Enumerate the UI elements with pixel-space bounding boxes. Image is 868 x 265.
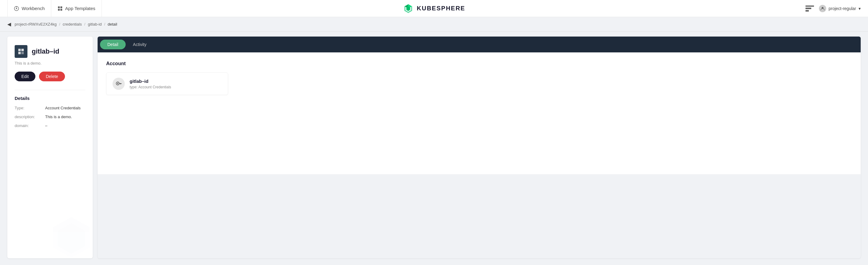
breadcrumb-back-icon[interactable]: ◀ bbox=[7, 21, 11, 27]
detail-row-description: description: This is a demo. bbox=[14, 114, 85, 119]
details-title: Details bbox=[14, 96, 85, 101]
user-avatar-icon bbox=[819, 5, 826, 12]
credential-description: This is a demo. bbox=[14, 61, 85, 65]
tab-activity[interactable]: Activity bbox=[126, 40, 154, 49]
breadcrumb-sep-3: / bbox=[104, 22, 105, 27]
breadcrumb-gitlab-id[interactable]: gitlab-id bbox=[88, 22, 102, 27]
panel-bg-decoration bbox=[50, 216, 93, 258]
detail-label-type: Type: bbox=[14, 106, 45, 110]
tab-detail[interactable]: Detail bbox=[100, 40, 126, 49]
detail-label-domain: domain: bbox=[14, 123, 45, 128]
breadcrumb-project[interactable]: project-rRWXvE2XZ4kg bbox=[14, 22, 57, 27]
tab-bar: Detail Activity bbox=[98, 37, 861, 53]
account-card: gitlab–id type: Account Credentials bbox=[106, 72, 228, 95]
svg-rect-6 bbox=[60, 9, 62, 11]
workbench-nav-item[interactable]: Workbench bbox=[7, 0, 51, 17]
svg-rect-16 bbox=[21, 49, 24, 51]
account-name: gitlab–id bbox=[130, 78, 171, 84]
nav-right: project-regular ▾ bbox=[805, 5, 861, 12]
nav-left-items: Workbench App Templates bbox=[7, 0, 102, 17]
dropdown-arrow: ▾ bbox=[859, 6, 861, 11]
svg-rect-5 bbox=[58, 9, 60, 11]
breadcrumb-sep-2: / bbox=[84, 22, 85, 27]
svg-rect-17 bbox=[18, 52, 21, 54]
edit-button[interactable]: Edit bbox=[14, 72, 35, 81]
action-buttons: Edit Delete bbox=[14, 72, 85, 81]
breadcrumb: ◀ project-rRWXvE2XZ4kg / credentials / g… bbox=[0, 17, 868, 32]
details-section: Details Type: Account Credentials descri… bbox=[14, 90, 85, 128]
detail-value-description: This is a demo. bbox=[45, 114, 85, 119]
credential-type-icon bbox=[14, 45, 27, 58]
svg-rect-18 bbox=[21, 52, 24, 54]
user-label: project-regular bbox=[829, 6, 856, 11]
top-navigation: Workbench App Templates KUBESPHERE bbox=[0, 0, 868, 17]
detail-value-domain: – bbox=[45, 123, 85, 128]
breadcrumb-detail: detail bbox=[108, 22, 117, 27]
svg-rect-4 bbox=[60, 6, 62, 8]
nav-logo: KUBESPHERE bbox=[403, 3, 465, 14]
account-section-title: Account bbox=[106, 61, 852, 66]
workbench-icon bbox=[14, 6, 19, 11]
main-layout: gitlab–id This is a demo. Edit Delete De… bbox=[0, 32, 868, 263]
left-panel: gitlab–id This is a demo. Edit Delete De… bbox=[7, 37, 93, 258]
app-templates-nav-item[interactable]: App Templates bbox=[51, 0, 102, 17]
detail-label-description: description: bbox=[14, 114, 45, 119]
app-templates-icon bbox=[57, 6, 63, 11]
app-templates-label: App Templates bbox=[65, 6, 95, 11]
tab-content: Account gitlab–id type: Account Credenti… bbox=[98, 53, 861, 174]
logo-text: KUBESPHERE bbox=[417, 5, 465, 12]
delete-button[interactable]: Delete bbox=[39, 72, 65, 81]
breadcrumb-credentials[interactable]: credentials bbox=[63, 22, 82, 27]
svg-rect-15 bbox=[18, 49, 21, 51]
grid-icon[interactable] bbox=[805, 5, 814, 11]
user-menu[interactable]: project-regular ▾ bbox=[819, 5, 861, 12]
svg-point-20 bbox=[117, 83, 118, 84]
right-panel: Detail Activity Account bbox=[98, 37, 861, 258]
credential-header: gitlab–id bbox=[14, 45, 85, 58]
detail-value-type: Account Credentials bbox=[45, 106, 85, 110]
svg-point-1 bbox=[16, 8, 17, 9]
account-type: type: Account Credentials bbox=[130, 85, 171, 89]
svg-rect-3 bbox=[58, 6, 60, 8]
detail-row-domain: domain: – bbox=[14, 123, 85, 128]
credential-title: gitlab–id bbox=[32, 47, 59, 56]
detail-row-type: Type: Account Credentials bbox=[14, 106, 85, 110]
account-key-icon bbox=[113, 78, 125, 90]
account-info: gitlab–id type: Account Credentials bbox=[130, 78, 171, 89]
breadcrumb-sep-1: / bbox=[59, 22, 60, 27]
workbench-label: Workbench bbox=[22, 6, 45, 11]
